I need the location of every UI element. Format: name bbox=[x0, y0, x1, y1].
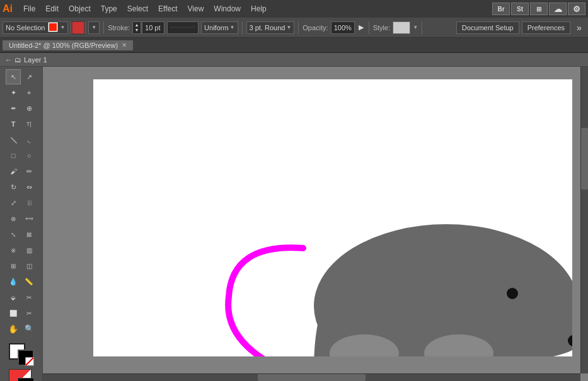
touch-type-tool[interactable]: T| bbox=[21, 117, 37, 132]
mesh-tool[interactable]: ⊞ bbox=[6, 258, 21, 273]
paintbrush-tool[interactable]: 🖌 bbox=[6, 164, 21, 179]
tool-row-12: ⊞ ◫ bbox=[6, 258, 37, 273]
anchor-tool[interactable]: ⊕ bbox=[21, 101, 37, 116]
menu-help[interactable]: Help bbox=[246, 3, 271, 14]
slice-tool[interactable]: ✂ bbox=[21, 290, 37, 305]
tool-row-16: ✋ 🔍 bbox=[6, 321, 37, 336]
gradient-tool[interactable]: ◫ bbox=[21, 258, 37, 273]
stroke-spinner[interactable]: ▲ ▼ bbox=[132, 21, 141, 34]
fill-color-swatch[interactable] bbox=[71, 21, 86, 34]
grid-icon[interactable]: ⊞ bbox=[530, 3, 548, 15]
menu-view[interactable]: View bbox=[183, 3, 209, 14]
pencil-tool[interactable]: ✏ bbox=[21, 164, 37, 179]
stroke-type-dropdown[interactable]: Uniform ▼ bbox=[201, 21, 238, 34]
menu-effect[interactable]: Effect bbox=[154, 3, 182, 14]
color-swatches: ■ ▦ ⊘ bbox=[0, 341, 43, 381]
style-swatch[interactable] bbox=[393, 21, 410, 34]
color-indicator bbox=[8, 368, 35, 381]
graph-tool[interactable]: ▥ bbox=[21, 242, 37, 258]
svg-point-6 bbox=[507, 288, 518, 299]
tool-row-9: ⊛ ⟺ bbox=[6, 211, 37, 226]
none-icon bbox=[25, 357, 34, 366]
tab-title: Untitled-2* @ 100% (RGB/Preview) bbox=[9, 42, 118, 49]
selection-dropdown[interactable]: No Selection ▼ bbox=[3, 21, 68, 34]
warp-tool[interactable]: ⊛ bbox=[6, 211, 21, 226]
tool-row-11: ※ ▥ bbox=[6, 242, 37, 258]
scale-tool[interactable]: ⤢ bbox=[6, 195, 21, 210]
artboard bbox=[93, 79, 572, 356]
vertical-scrollbar[interactable] bbox=[580, 67, 588, 373]
zoom-tool[interactable]: 🔍 bbox=[21, 321, 37, 336]
blend-tool[interactable]: ⬙ bbox=[6, 290, 21, 305]
puppet-warp-tool[interactable]: ⊠ bbox=[21, 227, 37, 242]
style-arrow[interactable]: ▼ bbox=[413, 25, 418, 30]
tool-row-1: ✦ ⌖ bbox=[6, 85, 37, 100]
expand-toolbar-button[interactable]: » bbox=[573, 21, 585, 34]
stroke-value[interactable]: 10 pt bbox=[142, 21, 164, 34]
stroke-type-arrow: ▼ bbox=[230, 25, 235, 30]
direct-selection-tool[interactable]: ↗ bbox=[21, 69, 37, 84]
hand-tool[interactable]: ✋ bbox=[6, 321, 21, 336]
menu-edit[interactable]: Edit bbox=[41, 3, 63, 14]
stock-icon[interactable]: St bbox=[511, 3, 529, 15]
eraser-tool[interactable]: ⬜ bbox=[6, 305, 21, 321]
opacity-expand[interactable]: ▶ bbox=[357, 21, 365, 34]
document-tabs: Untitled-2* @ 100% (RGB/Preview) ✕ bbox=[0, 38, 588, 53]
menu-select[interactable]: Select bbox=[123, 3, 153, 14]
tool-row-7: ↻ ⇔ bbox=[6, 179, 37, 195]
magic-wand-tool[interactable]: ✦ bbox=[6, 85, 21, 100]
artwork bbox=[93, 79, 572, 356]
pen-tool[interactable]: ✒ bbox=[6, 101, 21, 116]
layer-name: Layer 1 bbox=[24, 56, 47, 64]
symbol-tool[interactable]: ※ bbox=[6, 242, 21, 258]
opacity-value[interactable]: 100% bbox=[331, 21, 355, 34]
stroke-cap-arrow: ▼ bbox=[286, 25, 291, 30]
document-tab[interactable]: Untitled-2* @ 100% (RGB/Preview) ✕ bbox=[3, 40, 133, 50]
line-tool[interactable]: | bbox=[3, 129, 24, 151]
cloud-icon[interactable]: ☁ bbox=[549, 3, 567, 15]
stroke-cap-dropdown[interactable]: 3 pt. Round ▼ bbox=[246, 21, 295, 34]
tab-close-button[interactable]: ✕ bbox=[122, 42, 127, 48]
menu-bar: Ai File Edit Object Type Select Effect V… bbox=[0, 0, 588, 18]
bg-color[interactable] bbox=[18, 378, 34, 381]
tool-row-4: | ◟ bbox=[6, 132, 37, 147]
back-button[interactable]: ← bbox=[5, 56, 12, 64]
fill-swatch[interactable] bbox=[47, 21, 59, 34]
opacity-label: Opacity: bbox=[303, 24, 328, 31]
tool-row-0: ↖ ↗ bbox=[6, 69, 37, 84]
sep4 bbox=[369, 21, 369, 34]
tool-row-13: 💧 📏 bbox=[6, 274, 37, 289]
stroke-label: Stroke: bbox=[108, 24, 130, 31]
selection-tool[interactable]: ↖ bbox=[6, 69, 21, 84]
lasso-tool[interactable]: ⌖ bbox=[21, 85, 37, 100]
shear-tool[interactable]: ⌻ bbox=[21, 195, 37, 210]
menu-object[interactable]: Object bbox=[64, 3, 95, 14]
tool-row-2: ✒ ⊕ bbox=[6, 101, 37, 116]
free-transform-tool[interactable]: ⤡ bbox=[6, 227, 21, 242]
tool-row-15: ⬜ ✂ bbox=[6, 305, 37, 321]
menu-type[interactable]: Type bbox=[96, 3, 122, 14]
tool-row-3: T T| bbox=[6, 117, 37, 132]
tool-row-8: ⤢ ⌻ bbox=[6, 195, 37, 210]
bridge-icon[interactable]: Br bbox=[492, 3, 510, 15]
preferences-button[interactable]: Preferences bbox=[522, 21, 570, 34]
document-setup-button[interactable]: Document Setup bbox=[456, 21, 519, 34]
reflect-tool[interactable]: ⇔ bbox=[21, 179, 37, 195]
style-label: Style: bbox=[373, 24, 391, 31]
eyedropper-tool[interactable]: 💧 bbox=[6, 274, 21, 289]
ellipse-tool[interactable]: ○ bbox=[21, 148, 37, 163]
rotate-tool[interactable]: ↻ bbox=[6, 179, 21, 195]
width-tool[interactable]: ⟺ bbox=[21, 211, 37, 226]
kc-icon[interactable]: ⚙ bbox=[568, 3, 585, 15]
stroke-line-preview[interactable] bbox=[167, 21, 199, 34]
horizontal-scrollbar[interactable] bbox=[43, 373, 580, 381]
tool-row-5: □ ○ bbox=[6, 148, 37, 163]
svg-rect-1 bbox=[49, 23, 57, 31]
toolbox: ↖ ↗ ✦ ⌖ ✒ ⊕ T T| | ◟ □ ○ 🖌 ✏ ↻ ⇔ bbox=[0, 67, 43, 381]
fill-swatch-arrow[interactable]: ▼ bbox=[88, 21, 100, 34]
scissors-tool[interactable]: ✂ bbox=[21, 305, 37, 321]
menu-window[interactable]: Window bbox=[209, 3, 245, 14]
menu-file[interactable]: File bbox=[19, 3, 40, 14]
measure-tool[interactable]: 📏 bbox=[21, 274, 37, 289]
options-toolbar: No Selection ▼ ▼ Stroke: ▲ ▼ 10 pt Unifo… bbox=[0, 18, 588, 38]
